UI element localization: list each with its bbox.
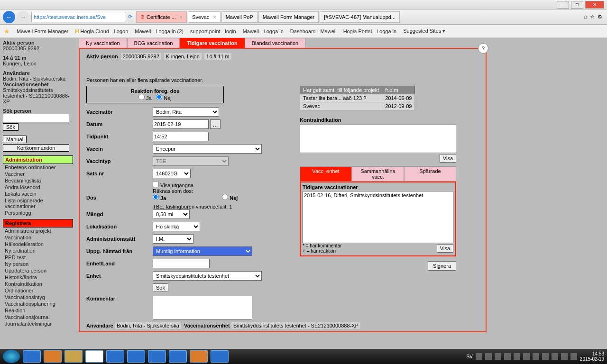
start-button[interactable] (3, 350, 20, 363)
bookmark-item[interactable]: Suggested Sites ▾ (403, 28, 445, 34)
uppg-select[interactable]: Muntlig information (153, 246, 252, 256)
menu-item[interactable]: Vacciner (3, 171, 73, 177)
taskbar-outlook-icon[interactable] (190, 350, 208, 363)
favorites-icon[interactable]: ☆ (590, 14, 595, 20)
menu-item[interactable]: Uppdatera person (3, 267, 73, 274)
visa-kontra-button[interactable]: Visa (440, 154, 456, 163)
close-icon[interactable]: × (213, 14, 216, 20)
vacc-tab-sparrade[interactable]: Spärrade (404, 166, 456, 182)
bookmark-item[interactable]: Mawell - Logga in (243, 28, 284, 34)
tray-icon[interactable] (542, 353, 549, 360)
help-icon[interactable]: ? (478, 43, 488, 54)
prev-vacc-list[interactable]: 2015-02-16, Difteri, Smittskyddsinstitut… (303, 191, 453, 243)
tab-svevac-467[interactable]: [#SVEVAC-467] Manualuppd... (320, 11, 400, 23)
vaccinator-select[interactable]: Bodin, Rita (153, 107, 219, 117)
menu-item[interactable]: Ändra lösenord (3, 184, 73, 191)
taskbar-app-icon[interactable] (106, 350, 124, 363)
tray-icon[interactable] (485, 353, 492, 360)
tray-icon[interactable] (523, 353, 530, 360)
enhet-select[interactable]: Smittskyddsinstitutets testenhet (153, 271, 262, 281)
address-bar[interactable]: https://test.svevac.inera.se/Sve (31, 12, 126, 22)
forward-button[interactable]: → (17, 11, 29, 23)
taskbar-app-icon[interactable] (148, 350, 166, 363)
menu-item[interactable]: Ny person (3, 261, 73, 267)
window-minimize-button[interactable]: — (557, 1, 569, 9)
lokal-select[interactable]: Hö skinka (153, 222, 200, 231)
visa-utgangna-checkbox[interactable]: Visa utgångna (153, 182, 193, 188)
bookmark-item[interactable]: support point - login (190, 28, 236, 34)
tab-svevac[interactable]: Svevac× (188, 11, 221, 23)
kommentar-textarea[interactable] (153, 296, 252, 319)
menu-item[interactable]: Personlogg (3, 209, 73, 216)
bookmark-item[interactable]: Hogia Portal - Logga in (343, 28, 397, 34)
tab-ny-vaccination[interactable]: Ny vaccination (79, 38, 127, 48)
menu-item[interactable]: Lokala vaccin (3, 191, 73, 197)
list-item[interactable]: 2015-02-16, Difteri, Smittskyddsinstitut… (304, 192, 452, 198)
tray-lang[interactable]: SV (467, 354, 473, 359)
menu-item[interactable]: Journalanteckningar (3, 320, 73, 327)
tray-icon[interactable] (533, 353, 539, 360)
enhetland-input[interactable] (153, 259, 210, 268)
vaccin-select[interactable]: Encepur (153, 144, 262, 154)
visa-prev-button[interactable]: Visa (437, 244, 453, 253)
refresh-icon[interactable]: ⟳ (128, 14, 132, 20)
shortcuts-button[interactable]: Kortkommandon (3, 144, 69, 152)
signera-button[interactable]: Signera (428, 261, 456, 271)
menu-item[interactable]: Ny ordination (3, 247, 73, 254)
menu-item[interactable]: Lista osignerade vaccinationer (3, 197, 73, 209)
menu-item[interactable]: PPD-test (3, 254, 73, 261)
vacc-tab-enhet[interactable]: Vacc. enhet (300, 166, 352, 182)
bookmark-item[interactable]: H Hogia Cloud - Logon (75, 28, 128, 34)
menu-item[interactable]: Vaccinationsintyg (3, 294, 73, 300)
tray-icon[interactable] (570, 353, 577, 360)
radio-nej[interactable]: Nej (156, 95, 172, 101)
tray-clock[interactable]: 14:532015-02-19 (580, 351, 604, 362)
datum-picker-button[interactable]: ... (210, 119, 221, 129)
menu-item[interactable]: Bevakningslista (3, 177, 73, 184)
gear-icon[interactable]: ⚙ (598, 14, 602, 20)
manual-button[interactable]: Manual (3, 136, 27, 143)
search-person-input[interactable] (3, 114, 69, 122)
tray-icon[interactable] (476, 353, 482, 360)
taskbar-explorer-icon[interactable] (64, 350, 83, 363)
menu-item[interactable]: Enhetens ordinationer (3, 164, 73, 171)
tray-icon[interactable] (561, 353, 568, 360)
menu-item[interactable]: Kontraindikation (3, 281, 73, 287)
admin-select[interactable]: I.M. (153, 234, 193, 244)
radio-ja[interactable]: Ja (138, 95, 152, 101)
favorites-star-icon[interactable]: ★ (4, 27, 10, 35)
bookmark-item[interactable]: Mawell - Logga in (2) (135, 28, 184, 34)
menu-item[interactable]: Historik/ändra (3, 274, 73, 281)
tray-icon[interactable] (514, 353, 520, 360)
back-button[interactable]: ← (3, 11, 15, 23)
radio-dos-ja[interactable]: Ja (153, 194, 219, 201)
sats-select[interactable]: 146021G (153, 169, 191, 178)
datum-input[interactable] (153, 119, 209, 129)
search-person-button[interactable]: Sök (3, 123, 18, 131)
radio-dos-nej[interactable]: Nej (222, 194, 288, 201)
sok-enhet-button[interactable]: Sök (153, 283, 168, 292)
taskbar-word-icon[interactable] (211, 350, 229, 363)
close-icon[interactable]: × (180, 14, 183, 20)
tab-mawell-form[interactable]: Mawell Form Manager (258, 11, 319, 23)
tab-mawell-pop[interactable]: Mawell PoP (221, 11, 258, 23)
mangd-select[interactable]: 0,50 ml (153, 209, 190, 219)
menu-item[interactable]: Vaccinationsjournal (3, 314, 73, 320)
menu-item[interactable]: Vaccinationsplanering (3, 300, 73, 307)
vacc-tab-sammanhallna[interactable]: Sammanhållna vacc. (352, 166, 404, 182)
menu-item[interactable]: Reaktion (3, 307, 73, 314)
tray-icon[interactable] (504, 353, 511, 360)
tab-bcg-vaccination[interactable]: BCG vaccination (127, 38, 180, 48)
window-close-button[interactable]: ✕ (585, 1, 604, 9)
taskbar-app-icon[interactable] (127, 350, 145, 363)
window-maximize-button[interactable]: □ (571, 1, 583, 9)
tidpunkt-input[interactable] (153, 132, 209, 141)
menu-item[interactable]: Vaccination (3, 234, 73, 241)
tab-blandad-vaccination[interactable]: Blandad vaccination (245, 38, 305, 48)
taskbar-chrome-icon[interactable] (85, 350, 103, 363)
tray-icon[interactable] (495, 353, 501, 360)
tray-icon[interactable] (552, 353, 558, 360)
taskbar-ie-icon[interactable] (23, 350, 41, 363)
menu-item[interactable]: Hälsodeklaration (3, 241, 73, 247)
taskbar-skype-icon[interactable] (169, 350, 187, 363)
